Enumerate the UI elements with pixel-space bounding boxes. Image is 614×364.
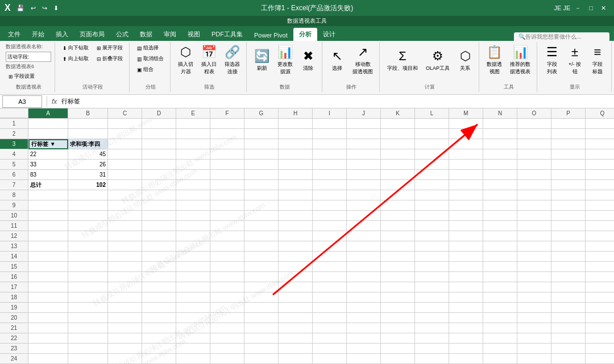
cell-P1[interactable] [551, 119, 586, 129]
cell-B17[interactable] [68, 282, 108, 292]
cell-Q23[interactable] [586, 344, 614, 354]
cell-F10[interactable] [210, 211, 244, 221]
cell-A6[interactable]: 83 [28, 170, 68, 180]
cell-F15[interactable] [210, 262, 244, 272]
cell-H9[interactable] [279, 200, 313, 211]
pivot-chart-button[interactable]: 📋 数据透视图 [484, 43, 505, 77]
cell-E12[interactable] [176, 231, 210, 241]
cell-G20[interactable] [244, 313, 279, 323]
cell-O13[interactable] [517, 241, 551, 252]
cell-L2[interactable] [415, 129, 449, 139]
tab-powerpivot[interactable]: Power Pivot [248, 30, 293, 41]
cell-M19[interactable] [449, 303, 483, 313]
tab-data[interactable]: 数据 [134, 28, 158, 41]
minimize-button[interactable]: － [571, 3, 584, 14]
cell-F21[interactable] [210, 323, 244, 333]
cell-N14[interactable] [483, 252, 517, 262]
cell-O14[interactable] [517, 252, 551, 262]
cell-A13[interactable] [28, 241, 68, 252]
cell-P20[interactable] [551, 313, 586, 323]
cell-F16[interactable] [210, 272, 244, 282]
cell-J18[interactable] [347, 292, 381, 303]
cell-M13[interactable] [449, 241, 483, 252]
cell-H11[interactable] [279, 221, 313, 231]
cell-M24[interactable] [449, 354, 483, 364]
cell-O8[interactable] [517, 190, 551, 200]
cell-E17[interactable] [176, 282, 210, 292]
cell-F14[interactable] [210, 252, 244, 262]
tab-layout[interactable]: 页面布局 [74, 28, 110, 41]
cell-G16[interactable] [244, 272, 279, 282]
field-settings-button[interactable]: ⊞ 字段设置 [6, 72, 51, 81]
cell-B14[interactable] [68, 252, 108, 262]
cell-E7[interactable] [176, 180, 210, 190]
cell-B1[interactable] [68, 119, 108, 129]
tab-file[interactable]: 文件 [2, 28, 26, 41]
cell-G18[interactable] [244, 292, 279, 303]
cell-J12[interactable] [347, 231, 381, 241]
cell-A22[interactable] [28, 333, 68, 344]
cell-E4[interactable] [176, 149, 210, 160]
row-header-14[interactable]: 14 [0, 252, 28, 262]
cell-F3[interactable] [210, 139, 244, 149]
cell-E18[interactable] [176, 292, 210, 303]
cell-K24[interactable] [381, 354, 415, 364]
cell-J6[interactable] [347, 170, 381, 180]
cell-I6[interactable] [313, 170, 347, 180]
cell-H6[interactable] [279, 170, 313, 180]
cell-E9[interactable] [176, 200, 210, 211]
cell-E10[interactable] [176, 211, 210, 221]
cell-K15[interactable] [381, 262, 415, 272]
cell-O21[interactable] [517, 323, 551, 333]
ungroup-button[interactable]: ▥ 取消组合 [134, 54, 167, 64]
col-header-P[interactable]: P [551, 108, 586, 118]
cell-G24[interactable] [244, 354, 279, 364]
cell-O4[interactable] [517, 149, 551, 160]
cell-K6[interactable] [381, 170, 415, 180]
cell-O22[interactable] [517, 333, 551, 344]
cell-D7[interactable] [142, 180, 176, 190]
change-source-button[interactable]: 📊 更改数据源 [275, 43, 296, 77]
cell-O15[interactable] [517, 262, 551, 272]
cell-K12[interactable] [381, 231, 415, 241]
cell-E20[interactable] [176, 313, 210, 323]
cell-B10[interactable] [68, 211, 108, 221]
cell-P5[interactable] [551, 160, 586, 170]
cell-M15[interactable] [449, 262, 483, 272]
cell-Q7[interactable] [586, 180, 614, 190]
row-header-3[interactable]: 3 [0, 139, 28, 149]
cell-N19[interactable] [483, 303, 517, 313]
cell-I18[interactable] [313, 292, 347, 303]
cell-C15[interactable] [108, 262, 142, 272]
cell-P23[interactable] [551, 344, 586, 354]
cell-J4[interactable] [347, 149, 381, 160]
cell-D1[interactable] [142, 119, 176, 129]
cell-M7[interactable] [449, 180, 483, 190]
cell-A14[interactable] [28, 252, 68, 262]
cell-B3[interactable]: 求和项:李四 [68, 139, 108, 149]
cell-L20[interactable] [415, 313, 449, 323]
cell-G21[interactable] [244, 323, 279, 333]
tab-view[interactable]: 视图 [182, 28, 206, 41]
cell-Q3[interactable] [586, 139, 614, 149]
col-header-J[interactable]: J [347, 108, 381, 118]
cell-N4[interactable] [483, 149, 517, 160]
cell-A24[interactable] [28, 354, 68, 364]
cell-D21[interactable] [142, 323, 176, 333]
cell-F1[interactable] [210, 119, 244, 129]
cell-E11[interactable] [176, 221, 210, 231]
cell-F20[interactable] [210, 313, 244, 323]
cell-H22[interactable] [279, 333, 313, 344]
cell-K10[interactable] [381, 211, 415, 221]
cell-E1[interactable] [176, 119, 210, 129]
cell-A7[interactable]: 总计 [28, 180, 68, 190]
col-header-O[interactable]: O [517, 108, 551, 118]
cell-D9[interactable] [142, 200, 176, 211]
cell-O19[interactable] [517, 303, 551, 313]
cell-J11[interactable] [347, 221, 381, 231]
redo-button[interactable]: ↪ [40, 4, 49, 12]
collapse-field-button[interactable]: ⊟ 折叠字段 [94, 54, 126, 64]
filter-connection-button[interactable]: 🔗 筛选器连接 [222, 43, 243, 77]
cell-H20[interactable] [279, 313, 313, 323]
group-selection-button[interactable]: ▤ 组选择 [134, 43, 167, 53]
